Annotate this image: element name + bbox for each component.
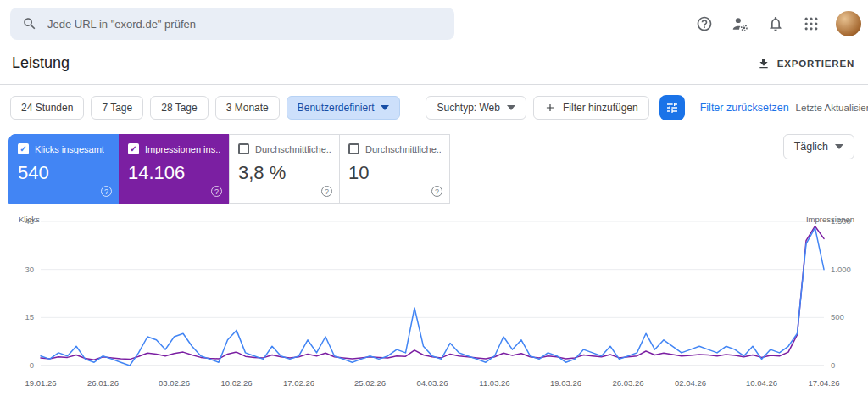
date-range-custom[interactable]: Benutzerdefiniert bbox=[287, 96, 401, 120]
metric-card-total-clicks[interactable]: ✓ Klicks insgesamt 540 ? bbox=[8, 134, 120, 204]
url-inspection-search[interactable]: Jede URL in "exord.de" prüfen bbox=[10, 8, 454, 40]
account-settings-button[interactable] bbox=[726, 9, 754, 38]
download-icon bbox=[757, 57, 771, 70]
help-icon[interactable]: ? bbox=[431, 186, 442, 197]
page-header: Leistung EXPORTIEREN bbox=[0, 47, 868, 85]
svg-text:04.03.26: 04.03.26 bbox=[417, 378, 448, 388]
reset-filters-link[interactable]: Filter zurücksetzen bbox=[700, 102, 789, 114]
svg-text:25.02.26: 25.02.26 bbox=[354, 378, 386, 388]
apps-grid-button[interactable] bbox=[797, 9, 826, 38]
svg-text:0: 0 bbox=[831, 360, 835, 370]
chevron-down-icon bbox=[835, 144, 843, 149]
search-icon bbox=[22, 16, 37, 31]
granularity-label: Täglich bbox=[794, 141, 828, 153]
apps-grid-icon bbox=[803, 15, 820, 32]
metric-card-average-position[interactable]: Durchschnittliche... 10 ? bbox=[339, 134, 450, 204]
chip-label: Suchtyp: Web bbox=[437, 102, 499, 114]
chip-label: Benutzerdefiniert bbox=[298, 102, 375, 114]
performance-chart-area: Klicks Impressionen 0015500301.000451.50… bbox=[0, 215, 868, 393]
checkbox-unchecked-icon[interactable] bbox=[238, 143, 249, 154]
svg-text:11.03.26: 11.03.26 bbox=[479, 378, 509, 388]
chevron-down-icon bbox=[381, 105, 389, 110]
last-update-text: Letzte Aktualisierung: vor 4,5 Stunden bbox=[796, 103, 868, 113]
svg-text:500: 500 bbox=[831, 312, 844, 321]
svg-text:17.02.26: 17.02.26 bbox=[283, 378, 314, 388]
bell-icon bbox=[767, 15, 784, 32]
filter-bar: 24 Stunden 7 Tage 28 Tage 3 Monate Benut… bbox=[0, 85, 868, 131]
filter-tune-button[interactable] bbox=[659, 95, 685, 120]
checkbox-checked-icon[interactable]: ✓ bbox=[18, 143, 29, 154]
date-range-24h[interactable]: 24 Stunden bbox=[10, 96, 84, 120]
chip-label: 7 Tage bbox=[102, 102, 132, 114]
svg-text:19.03.26: 19.03.26 bbox=[550, 378, 581, 388]
metric-label: Impressionen ins... bbox=[145, 144, 220, 154]
help-icon[interactable]: ? bbox=[321, 186, 332, 197]
date-range-3m[interactable]: 3 Monate bbox=[215, 96, 280, 120]
metric-value: 540 bbox=[18, 162, 110, 184]
date-range-7d[interactable]: 7 Tage bbox=[91, 96, 143, 120]
left-axis-title: Klicks bbox=[19, 215, 40, 224]
help-icon[interactable]: ? bbox=[101, 186, 112, 197]
svg-text:19.01.26: 19.01.26 bbox=[25, 378, 57, 388]
chip-label: 24 Stunden bbox=[21, 102, 73, 114]
checkbox-checked-icon[interactable]: ✓ bbox=[128, 143, 139, 154]
svg-text:02.04.26: 02.04.26 bbox=[675, 378, 706, 388]
performance-chart[interactable]: 0015500301.000451.50019.01.2626.01.2603.… bbox=[8, 215, 860, 393]
metric-label: Durchschnittliche... bbox=[255, 144, 331, 154]
svg-text:17.04.26: 17.04.26 bbox=[809, 378, 840, 388]
metric-value: 14.106 bbox=[128, 162, 220, 184]
date-range-28d[interactable]: 28 Tage bbox=[150, 96, 209, 120]
checkbox-unchecked-icon[interactable] bbox=[348, 143, 359, 154]
notifications-button[interactable] bbox=[761, 9, 790, 38]
right-axis-title: Impressionen bbox=[806, 215, 854, 224]
plus-icon bbox=[544, 102, 556, 114]
metric-value: 10 bbox=[348, 162, 441, 184]
help-icon[interactable]: ? bbox=[211, 186, 222, 197]
page-title: Leistung bbox=[12, 54, 70, 72]
export-label: EXPORTIEREN bbox=[777, 59, 854, 69]
tune-icon bbox=[665, 101, 679, 115]
add-filter-button[interactable]: Filter hinzufügen bbox=[533, 96, 649, 120]
metrics-row: ✓ Klicks insgesamt 540 ? ✓ Impressionen … bbox=[0, 131, 868, 204]
metric-card-total-impressions[interactable]: ✓ Impressionen ins... 14.106 ? bbox=[119, 134, 230, 204]
chip-label: Filter hinzufügen bbox=[563, 102, 638, 114]
help-icon bbox=[696, 15, 713, 32]
search-type-selector[interactable]: Suchtyp: Web bbox=[426, 96, 526, 120]
metric-value: 3,8 % bbox=[238, 162, 331, 184]
granularity-selector[interactable]: Täglich bbox=[783, 134, 854, 159]
chip-label: 3 Monate bbox=[226, 102, 269, 114]
metric-label: Durchschnittliche... bbox=[365, 144, 441, 154]
svg-text:1.000: 1.000 bbox=[831, 265, 851, 274]
top-app-bar: Jede URL in "exord.de" prüfen bbox=[0, 0, 868, 47]
account-settings-icon bbox=[732, 15, 749, 33]
metric-label: Klicks insgesamt bbox=[35, 144, 104, 154]
export-button[interactable]: EXPORTIEREN bbox=[757, 57, 854, 70]
chip-label: 28 Tage bbox=[161, 102, 198, 114]
svg-text:10.04.26: 10.04.26 bbox=[746, 378, 777, 388]
search-placeholder: Jede URL in "exord.de" prüfen bbox=[47, 18, 196, 31]
svg-text:15: 15 bbox=[25, 312, 34, 321]
svg-text:26.03.26: 26.03.26 bbox=[613, 378, 644, 388]
metric-card-average-ctr[interactable]: Durchschnittliche... 3,8 % ? bbox=[229, 134, 340, 204]
chevron-down-icon bbox=[507, 105, 515, 110]
help-button[interactable] bbox=[690, 9, 719, 38]
svg-text:0: 0 bbox=[30, 360, 34, 370]
avatar[interactable] bbox=[836, 11, 861, 36]
topbar-actions bbox=[690, 9, 861, 38]
svg-text:10.02.26: 10.02.26 bbox=[221, 378, 253, 388]
svg-text:30: 30 bbox=[25, 265, 34, 274]
svg-text:03.02.26: 03.02.26 bbox=[159, 378, 190, 388]
svg-text:26.01.26: 26.01.26 bbox=[87, 378, 119, 388]
